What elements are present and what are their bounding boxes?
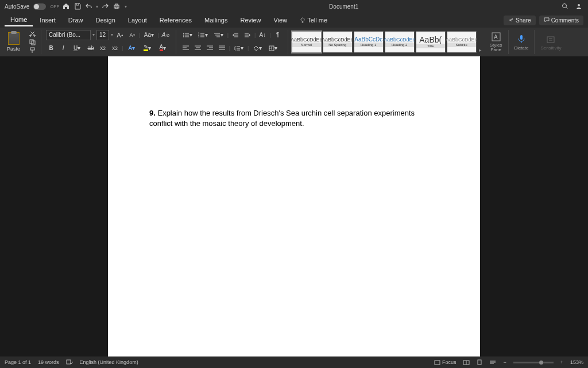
svg-text:3: 3 <box>198 35 200 38</box>
tab-layout[interactable]: Layout <box>122 14 153 26</box>
tab-review[interactable]: Review <box>234 14 266 26</box>
zoom-slider[interactable] <box>513 362 554 363</box>
superscript-button[interactable]: x2 <box>110 43 120 53</box>
svg-line-4 <box>566 7 568 9</box>
numbering-icon[interactable]: 123▾ <box>196 30 210 40</box>
zoom-in-button[interactable]: + <box>560 359 563 365</box>
svg-point-3 <box>563 4 567 8</box>
titlebar: AutoSave OFF ▾ ▾ Document1 <box>0 0 588 13</box>
svg-rect-10 <box>30 48 34 50</box>
spellcheck-icon[interactable] <box>66 359 73 365</box>
undo-icon[interactable] <box>84 2 94 11</box>
shrink-font-icon[interactable]: A▾ <box>127 30 137 40</box>
paste-button[interactable]: Paste <box>3 30 24 54</box>
menubar: Home Insert Draw Design Layout Reference… <box>0 13 588 28</box>
italic-button[interactable]: I <box>58 43 68 53</box>
web-layout-icon[interactable] <box>489 360 496 365</box>
tab-view[interactable]: View <box>268 14 293 26</box>
save-icon[interactable] <box>73 2 82 11</box>
language[interactable]: English (United Kingdom) <box>80 359 138 365</box>
shading-icon[interactable]: ▾ <box>250 43 264 53</box>
clear-format-icon[interactable]: A⊘ <box>161 30 171 40</box>
svg-point-5 <box>578 4 580 6</box>
redo-icon[interactable] <box>100 2 110 11</box>
style-heading1[interactable]: AaBbCcDcHeading 1 <box>354 31 384 53</box>
align-left-icon[interactable] <box>181 43 191 53</box>
tab-home[interactable]: Home <box>5 14 33 26</box>
account-icon[interactable] <box>574 2 583 11</box>
style-heading2[interactable]: AaBbCcDdEeHeading 2 <box>385 31 415 53</box>
ribbon: Paste Calibri (Bo... ▾ 12 ▾ A▴ A▾ | Aa▾ … <box>0 28 588 56</box>
autosave-label: AutoSave <box>5 3 29 10</box>
format-painter-icon[interactable] <box>27 47 37 54</box>
svg-point-11 <box>183 33 184 34</box>
increase-indent-icon[interactable] <box>242 30 253 40</box>
home-icon[interactable] <box>61 2 71 11</box>
bullets-icon[interactable]: ▾ <box>181 30 195 40</box>
statusbar: Page 1 of 1 19 words English (United Kin… <box>0 356 588 368</box>
focus-button[interactable]: Focus <box>434 359 457 365</box>
style-subtitle[interactable]: AaBbCcDdEeSubtitle <box>447 31 477 53</box>
document-area[interactable]: 9. Explain how the results from Driesch'… <box>0 56 588 356</box>
subscript-button[interactable]: x2 <box>98 43 108 53</box>
svg-point-15 <box>183 36 184 37</box>
tellme[interactable]: Tell me <box>294 14 333 26</box>
tab-design[interactable]: Design <box>90 14 121 26</box>
style-title[interactable]: AaBb(Title <box>416 31 446 53</box>
print-layout-icon[interactable] <box>477 359 482 365</box>
read-mode-icon[interactable] <box>463 360 470 365</box>
show-marks-icon[interactable]: ¶ <box>273 30 283 40</box>
styles-more[interactable]: ▸ <box>478 46 483 54</box>
copy-icon[interactable] <box>27 39 37 46</box>
style-nospacing[interactable]: AaBbCcDdEeNo Spacing <box>323 31 353 53</box>
font-size-select[interactable]: 12 <box>96 30 109 40</box>
font-color-icon[interactable]: A▾ <box>156 43 169 53</box>
font-name-select[interactable]: Calibri (Bo... <box>46 30 91 40</box>
share-button[interactable]: Share <box>504 16 536 25</box>
tab-draw[interactable]: Draw <box>63 14 89 26</box>
comments-button[interactable]: Comments <box>539 16 583 25</box>
line-spacing-icon[interactable]: ▾ <box>232 43 246 53</box>
svg-rect-52 <box>520 35 523 40</box>
change-case-icon[interactable]: Aa▾ <box>142 30 156 40</box>
zoom-out-button[interactable]: − <box>503 359 506 365</box>
align-center-icon[interactable] <box>193 43 203 53</box>
tab-mailings[interactable]: Mailings <box>199 14 233 26</box>
zoom-level[interactable]: 153% <box>570 359 583 365</box>
svg-rect-57 <box>435 361 440 365</box>
document-title: Document1 <box>127 3 560 10</box>
sensitivity-button[interactable]: Sensitivity <box>537 30 564 54</box>
paste-label: Paste <box>7 46 20 52</box>
search-icon[interactable] <box>560 2 570 11</box>
decrease-indent-icon[interactable] <box>230 30 241 40</box>
autosave-toggle[interactable] <box>33 3 46 10</box>
grow-font-icon[interactable]: A▴ <box>115 30 125 40</box>
highlight-icon[interactable]: ✎▾ <box>140 43 154 53</box>
tab-references[interactable]: References <box>154 14 198 26</box>
dictate-button[interactable]: Dictate <box>511 30 532 54</box>
svg-point-13 <box>183 34 184 36</box>
underline-button[interactable]: U▾ <box>70 43 84 53</box>
word-count[interactable]: 19 words <box>38 359 59 365</box>
strike-button[interactable]: ab <box>86 43 96 53</box>
sort-icon[interactable]: A↓ <box>257 30 268 40</box>
svg-rect-56 <box>67 360 71 364</box>
multilevel-icon[interactable]: ▾ <box>212 30 226 40</box>
tab-insert[interactable]: Insert <box>34 14 61 26</box>
print-icon[interactable] <box>112 2 121 11</box>
style-normal[interactable]: AaBbCcDdEeNormal <box>292 31 322 53</box>
bold-button[interactable]: B <box>46 43 56 53</box>
align-right-icon[interactable] <box>205 43 215 53</box>
cut-icon[interactable] <box>27 30 37 37</box>
page-indicator[interactable]: Page 1 of 1 <box>5 359 31 365</box>
styles-pane-button[interactable]: A Styles Pane <box>486 30 506 54</box>
svg-rect-1 <box>115 4 118 5</box>
page[interactable]: 9. Explain how the results from Driesch'… <box>108 56 480 356</box>
clipboard-icon <box>8 32 20 45</box>
justify-icon[interactable] <box>217 43 227 53</box>
text-effects-icon[interactable]: A▾ <box>125 43 138 53</box>
body-paragraph[interactable]: 9. Explain how the results from Driesch'… <box>149 108 439 128</box>
undo-dropdown[interactable]: ▾ <box>96 4 98 9</box>
svg-rect-53 <box>547 37 554 43</box>
borders-icon[interactable]: ▾ <box>266 43 280 53</box>
